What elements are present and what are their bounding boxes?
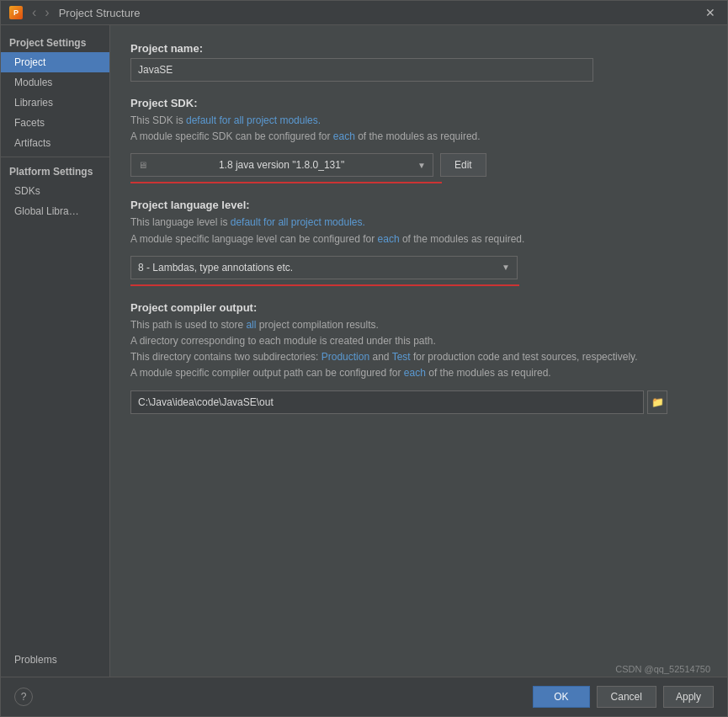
compiler-desc-pre3: This directory contains two subdirectori… xyxy=(130,351,321,363)
compiler-desc-highlight3a: Production xyxy=(321,351,369,363)
compiler-desc-highlight1: all xyxy=(246,319,256,331)
sidebar-item-sdks[interactable]: SDKs xyxy=(1,181,109,201)
sidebar-item-facets[interactable]: Facets xyxy=(1,113,109,133)
project-structure-dialog: P ‹ › Project Structure ✕ Project Settin… xyxy=(0,0,728,717)
compiler-desc-highlight3b: Test xyxy=(392,351,411,363)
compiler-output-section: Project compiler output: This path is us… xyxy=(130,301,707,414)
lang-red-underline xyxy=(130,284,519,286)
back-button[interactable]: ‹ xyxy=(29,6,39,19)
action-buttons: OK Cancel Apply xyxy=(533,686,714,708)
nav-buttons: ‹ › xyxy=(29,6,52,19)
compiler-desc-pre4: A module specific compiler output path c… xyxy=(130,367,404,379)
compiler-desc-mid3: and xyxy=(369,351,391,363)
lang-desc-highlight2: each xyxy=(378,233,400,245)
lang-dropdown-value: 8 - Lambdas, type annotations etc. xyxy=(138,262,293,274)
dialog-title: Project Structure xyxy=(59,7,141,19)
compiler-output-field-row: 📁 xyxy=(130,390,707,414)
bottom-bar: ? OK Cancel Apply xyxy=(1,677,727,716)
compiler-desc-post3: for production code and test sources, re… xyxy=(411,351,638,363)
ok-button[interactable]: OK xyxy=(533,686,589,708)
platform-settings-label: Platform Settings xyxy=(1,161,109,181)
sidebar-item-libraries[interactable]: Libraries xyxy=(1,93,109,113)
lang-level-title: Project language level: xyxy=(130,199,707,211)
sdk-desc-line1-pre: This SDK is xyxy=(130,114,186,126)
sdk-desc-highlight1: default for all project modules. xyxy=(186,114,321,126)
lang-desc-line1-pre: This language level is xyxy=(130,216,231,228)
sdk-dropdown[interactable]: 🖥 1.8 java version "1.8.0_131" ▼ xyxy=(130,153,433,177)
close-button[interactable]: ✕ xyxy=(702,6,719,19)
folder-browse-button[interactable]: 📁 xyxy=(647,390,667,414)
lang-desc-line2-post: of the modules as required. xyxy=(400,233,525,245)
forward-button[interactable]: › xyxy=(42,6,51,19)
cancel-button[interactable]: Cancel xyxy=(597,686,656,708)
watermark: CSDN @qq_52514750 xyxy=(615,664,710,674)
content-area: Project name: Project SDK: This SDK is d… xyxy=(110,25,727,677)
sdk-edit-button[interactable]: Edit xyxy=(440,153,486,177)
main-body: Project Settings Project Modules Librari… xyxy=(1,25,727,677)
lang-desc-highlight1: default for all project modules. xyxy=(231,216,365,228)
sidebar: Project Settings Project Modules Librari… xyxy=(1,25,110,677)
sdk-red-underline xyxy=(130,182,442,183)
language-level-section: Project language level: This language le… xyxy=(130,199,707,285)
language-level-dropdown[interactable]: 8 - Lambdas, type annotations etc. ▼ xyxy=(130,256,518,279)
compiler-desc-post4: of the modules as required. xyxy=(426,367,551,379)
compiler-output-input[interactable] xyxy=(130,390,644,414)
sdk-desc-line2-pre: A module specific SDK can be configured … xyxy=(130,130,333,142)
compiler-output-desc: This path is used to store all project c… xyxy=(130,317,707,382)
project-sdk-section: Project SDK: This SDK is default for all… xyxy=(130,97,707,183)
apply-button[interactable]: Apply xyxy=(663,686,714,708)
title-bar-left: P ‹ › Project Structure xyxy=(9,6,140,19)
compiler-desc-highlight4: each xyxy=(404,367,426,379)
sidebar-item-artifacts[interactable]: Artifacts xyxy=(1,133,109,153)
dialog-icon: P xyxy=(9,6,23,19)
sidebar-divider xyxy=(1,157,109,157)
project-name-title: Project name: xyxy=(130,42,707,55)
project-name-section: Project name: xyxy=(130,42,707,82)
project-name-input[interactable] xyxy=(130,58,593,82)
sdk-row: 🖥 1.8 java version "1.8.0_131" ▼ Edit xyxy=(130,153,707,177)
project-settings-label: Project Settings xyxy=(1,32,109,52)
compiler-desc-pre1: This path is used to store xyxy=(130,319,246,331)
sidebar-item-problems[interactable]: Problems xyxy=(1,650,109,670)
sdk-dropdown-arrow: ▼ xyxy=(417,161,426,170)
dropdown-icon: 🖥 xyxy=(138,160,147,170)
lang-dropdown-arrow: ▼ xyxy=(502,263,510,272)
compiler-output-title: Project compiler output: xyxy=(130,301,707,314)
compiler-desc-line2: A directory corresponding to each module… xyxy=(130,335,436,347)
folder-icon: 📁 xyxy=(651,396,664,408)
compiler-desc-post1: project compilation results. xyxy=(256,319,378,331)
sdk-desc-line2-post: of the modules as required. xyxy=(355,130,481,142)
sidebar-item-project[interactable]: Project xyxy=(1,52,109,72)
sdk-dropdown-value: 1.8 java version "1.8.0_131" xyxy=(219,159,344,171)
title-bar: P ‹ › Project Structure ✕ xyxy=(1,1,727,25)
lang-level-desc: This language level is default for all p… xyxy=(130,215,707,247)
help-button[interactable]: ? xyxy=(14,688,33,706)
lang-desc-line2-pre: A module specific language level can be … xyxy=(130,233,378,245)
lang-level-row: 8 - Lambdas, type annotations etc. ▼ xyxy=(130,256,707,279)
sdk-desc: This SDK is default for all project modu… xyxy=(130,113,707,145)
sidebar-item-global-libraries[interactable]: Global Libra… xyxy=(1,201,109,221)
sidebar-item-modules[interactable]: Modules xyxy=(1,72,109,93)
project-name-field-row xyxy=(130,58,707,82)
sdk-title: Project SDK: xyxy=(130,97,707,109)
sdk-desc-highlight2: each xyxy=(333,130,355,142)
